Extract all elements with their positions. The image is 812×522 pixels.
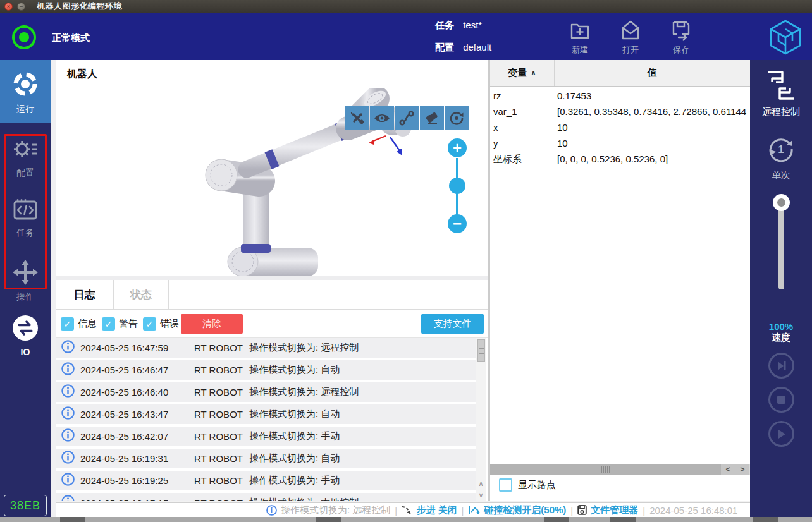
filter-warning[interactable]: ✓ 警告 xyxy=(102,317,138,331)
gear-icon xyxy=(11,137,39,162)
variables-column-name[interactable]: 变量∧ xyxy=(490,60,555,86)
path-button[interactable] xyxy=(395,106,419,130)
variable-row[interactable]: rz 0.17453 xyxy=(490,88,750,104)
move-arrows-icon xyxy=(12,259,39,286)
variable-row[interactable]: var_1 [0.3261, 0.35348, 0.73416, 2.72866… xyxy=(490,104,750,120)
log-scrollbar[interactable] xyxy=(476,338,486,501)
skip-icon xyxy=(776,360,787,372)
log-row[interactable]: 2024-05-25 16:17:15 RT ROBOT 操作模式切换为: 本地… xyxy=(56,493,476,501)
hscroll-right-icon[interactable]: > xyxy=(735,464,749,475)
filter-info[interactable]: ✓ 信息 xyxy=(61,317,97,331)
log-message: 操作模式切换为: 远程控制 xyxy=(249,386,359,398)
log-row[interactable]: 2024-05-25 16:47:59 RT ROBOT 操作模式切换为: 远程… xyxy=(56,338,476,358)
info-icon xyxy=(61,451,75,466)
bottom-edge-block xyxy=(60,517,85,522)
log-message: 操作模式切换为: 自动 xyxy=(249,452,340,464)
step-forward-button[interactable] xyxy=(768,353,794,379)
remote-control-button[interactable]: 远程控制 xyxy=(750,70,812,118)
variable-value: [0.3261, 0.35348, 0.73416, 2.72866, 0.61… xyxy=(557,106,747,117)
checkbox-checked-icon: ✓ xyxy=(61,317,74,331)
sidebar-item-config-label: 配置 xyxy=(0,167,51,179)
log-list[interactable]: 2024-05-25 16:47:59 RT ROBOT 操作模式切换为: 远程… xyxy=(56,338,476,501)
svg-text:1: 1 xyxy=(778,143,784,155)
tools-icon xyxy=(350,111,365,126)
save-icon xyxy=(669,19,693,42)
variable-row[interactable]: y 10 xyxy=(490,136,750,152)
reset-view-button[interactable] xyxy=(445,106,469,130)
checkbox-checked-icon: ✓ xyxy=(102,317,115,331)
status-badge[interactable]: 38EB xyxy=(4,495,47,516)
clear-button[interactable]: 清除 xyxy=(181,314,243,334)
scroll-down-icon[interactable]: ∨ xyxy=(476,490,486,501)
sidebar-item-config[interactable]: 配置 xyxy=(0,137,51,179)
status-collision-toggle[interactable]: 碰撞检测开启(50%) xyxy=(468,504,566,516)
variable-name: y xyxy=(493,138,498,149)
single-run-button[interactable]: 1 单次 xyxy=(750,134,812,181)
log-scrollbar-thumb[interactable] xyxy=(477,339,485,362)
minimize-icon[interactable]: – xyxy=(17,3,25,11)
open-button[interactable]: 打开 xyxy=(608,19,653,57)
new-file-icon xyxy=(568,19,592,42)
tab-status[interactable]: 状态 xyxy=(114,280,169,309)
info-icon xyxy=(266,505,277,516)
remote-control-label: 远程控制 xyxy=(750,106,812,118)
hscroll-left-icon[interactable]: < xyxy=(721,464,735,475)
status-timestamp: 2024-05-25 16:48:01 xyxy=(649,505,737,516)
tools-button[interactable] xyxy=(345,106,369,130)
speed-label: 速度 xyxy=(750,332,812,344)
info-icon xyxy=(61,362,75,378)
sidebar-item-run-label: 运行 xyxy=(0,104,51,115)
scroll-up-icon[interactable]: ∧ xyxy=(476,478,486,489)
variables-column-value[interactable]: 值 xyxy=(555,67,750,79)
single-cycle-icon: 1 xyxy=(766,134,796,164)
show-waypoints-checkbox[interactable]: 显示路点 xyxy=(499,478,556,492)
variable-value: 10 xyxy=(557,138,747,149)
log-row[interactable]: 2024-05-25 16:46:47 RT ROBOT 操作模式切换为: 自动 xyxy=(56,360,476,380)
filter-error[interactable]: ✓ 错误 xyxy=(143,317,179,331)
visibility-button[interactable] xyxy=(370,106,394,130)
status-step-toggle[interactable]: 步进 关闭 xyxy=(402,504,457,516)
log-row[interactable]: 2024-05-25 16:19:31 RT ROBOT 操作模式切换为: 自动 xyxy=(56,449,476,468)
app-window: × – 机器人图形化编程环境 正常模式 任务 test* 配置 default … xyxy=(0,0,812,522)
log-row[interactable]: 2024-05-25 16:46:40 RT ROBOT 操作模式切换为: 远程… xyxy=(56,382,476,402)
support-files-button[interactable]: 支持文件 xyxy=(421,314,484,334)
variable-name: x xyxy=(493,122,498,133)
single-run-label: 单次 xyxy=(750,169,812,181)
log-source: RT ROBOT xyxy=(194,387,243,398)
status-bar: 操作模式切换为: 远程控制 | 步进 关闭 | 碰撞检测开启(50%) | xyxy=(56,502,750,517)
sidebar-item-io-label: IO xyxy=(0,347,51,357)
log-row[interactable]: 2024-05-25 16:42:07 RT ROBOT 操作模式切换为: 手动 xyxy=(56,427,476,446)
sidebar-item-run[interactable]: 运行 xyxy=(0,70,51,115)
new-button[interactable]: 新建 xyxy=(558,19,602,57)
log-row[interactable]: 2024-05-25 16:19:25 RT ROBOT 操作模式切换为: 手动 xyxy=(56,471,476,490)
save-button[interactable]: 保存 xyxy=(659,19,703,57)
stop-button[interactable] xyxy=(768,387,794,413)
zoom-out-button[interactable]: − xyxy=(448,214,467,233)
zoom-slider-handle[interactable] xyxy=(449,178,465,194)
log-time: 2024-05-25 16:47:59 xyxy=(80,343,168,353)
tab-log[interactable]: 日志 xyxy=(56,280,114,309)
run-icon xyxy=(11,70,39,98)
sidebar-item-io[interactable]: IO xyxy=(0,315,51,357)
status-file-manager[interactable]: 文件管理器 xyxy=(577,504,638,516)
speed-slider-track[interactable] xyxy=(778,201,784,289)
log-time: 2024-05-25 16:17:15 xyxy=(80,497,168,501)
zoom-in-button[interactable]: + xyxy=(448,138,467,157)
log-time: 2024-05-25 16:46:40 xyxy=(80,387,168,398)
variable-row[interactable]: x 10 xyxy=(490,120,750,136)
sidebar-item-operate[interactable]: 操作 xyxy=(0,259,51,303)
variables-hscrollbar-thumb[interactable] xyxy=(490,464,721,475)
play-button[interactable] xyxy=(768,421,794,447)
task-value: test* xyxy=(463,20,482,30)
close-icon[interactable]: × xyxy=(4,3,13,11)
log-row[interactable]: 2024-05-25 16:43:47 RT ROBOT 操作模式切换为: 自动 xyxy=(56,404,476,424)
speed-slider-handle[interactable] xyxy=(773,194,790,211)
stop-icon xyxy=(777,395,786,404)
sidebar-item-task[interactable]: 任务 xyxy=(0,198,51,239)
bottom-edge-block xyxy=(753,517,778,522)
log-message: 操作模式切换为: 自动 xyxy=(249,364,340,376)
open-file-icon xyxy=(618,19,643,42)
variable-row[interactable]: 坐标系 [0, 0, 0, 0.5236, 0.5236, 0] xyxy=(490,152,750,167)
erase-button[interactable] xyxy=(420,106,444,130)
log-time: 2024-05-25 16:43:47 xyxy=(80,409,168,420)
